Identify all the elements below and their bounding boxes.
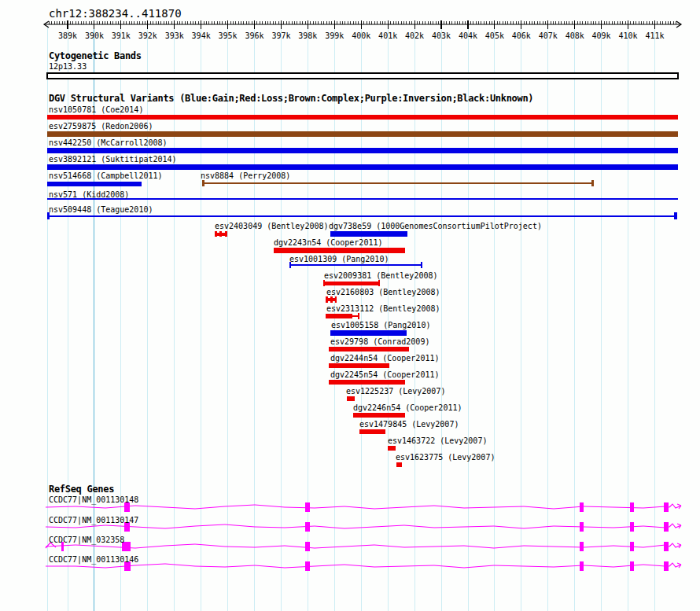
ruler-tick-label: 394k (192, 31, 211, 41)
variant-glyph-dgv2244n54[interactable] (329, 363, 389, 368)
variant-glyph-dgv738e59[interactable] (330, 231, 407, 237)
gene-line[interactable] (46, 525, 669, 528)
gene-label-NM_001130146[interactable]: CCDC77|NM_001130146 (49, 555, 138, 565)
variant-label-nsv1050781[interactable]: nsv1050781 (Coe2014) (49, 105, 143, 115)
gene-exon[interactable] (664, 561, 669, 571)
variant-label-dgv2246n54[interactable]: dgv2246n54 (Cooper2011) (353, 403, 462, 413)
ruler-tick-label: 399k (325, 31, 344, 41)
variant-label-dgv2243n54[interactable]: dgv2243n54 (Cooper2011) (274, 238, 382, 248)
gene-line[interactable] (46, 505, 669, 509)
variant-glyph-esv2313112[interactable] (352, 315, 359, 317)
gene-exon[interactable] (664, 502, 669, 512)
gene-exon[interactable] (305, 561, 310, 571)
variant-glyph-nsv1050781[interactable] (47, 115, 678, 120)
variant-glyph-esv2009381[interactable] (323, 280, 325, 286)
gene-exon[interactable] (305, 522, 310, 532)
gene-label-NM_032358[interactable]: CCDC77|NM_032358 (49, 536, 124, 545)
variant-glyph-esv1001309[interactable] (289, 264, 422, 266)
variant-glyph-nsv442250[interactable] (47, 148, 678, 153)
ruler-tick-label: 390k (85, 31, 104, 41)
variant-label-esv1001309[interactable]: esv1001309 (Pang2010) (289, 255, 389, 264)
gene-line[interactable] (46, 564, 669, 568)
gene-exon[interactable] (580, 542, 584, 551)
variant-glyph-nsv8884[interactable] (202, 180, 204, 186)
variant-label-esv1479845[interactable]: esv1479845 (Levy2007) (359, 420, 459, 429)
cytoband-box[interactable] (47, 73, 678, 79)
ruler-tick-label: 401k (378, 31, 397, 41)
variant-label-dgv2245n54[interactable]: dgv2245n54 (Cooper2011) (330, 370, 439, 380)
ruler-tick-label: 402k (405, 31, 424, 41)
ruler-tick-label: 397k (271, 31, 290, 41)
variant-glyph-esv2403049[interactable] (225, 231, 227, 237)
ruler-tick-label: 404k (459, 31, 477, 41)
gene-label-NM_001130147[interactable]: CCDC77|NM_001130147 (49, 516, 138, 525)
gene-exon[interactable] (580, 522, 584, 532)
variant-glyph-esv1623775[interactable] (396, 462, 402, 467)
gene-exon[interactable] (630, 522, 634, 532)
variant-label-esv2403049[interactable]: esv2403049 (Bentley2008) (215, 222, 329, 231)
gene-exon[interactable] (664, 522, 669, 532)
gene-exon[interactable] (305, 542, 310, 551)
gene-exon[interactable] (630, 542, 634, 551)
variant-glyph-esv2759875[interactable] (47, 131, 678, 137)
variant-glyph-dgv2245n54[interactable] (329, 380, 405, 385)
variant-glyph-nsv514668[interactable] (47, 182, 142, 186)
variant-glyph-nsv571[interactable] (47, 198, 678, 200)
variant-glyph-esv2009381[interactable] (378, 280, 380, 286)
variant-glyph-nsv509448[interactable] (47, 215, 675, 217)
section-title-refseq: RefSeq Genes (49, 484, 114, 495)
variant-label-esv2160803[interactable]: esv2160803 (Bentley2008) (326, 288, 440, 297)
variant-glyph-esv2160803[interactable] (330, 296, 333, 303)
gene-exon[interactable] (630, 561, 634, 571)
variant-glyph-esv1005158[interactable] (330, 330, 407, 336)
variant-label-nsv509448[interactable]: nsv509448 (Teague2010) (49, 205, 153, 215)
ruler-tick-label: 400k (352, 31, 370, 41)
variant-label-esv2009381[interactable]: esv2009381 (Bentley2008) (324, 271, 438, 281)
gene-exon[interactable] (580, 561, 584, 571)
variant-label-esv1623775[interactable]: esv1623775 (Levy2007) (396, 453, 495, 462)
variant-glyph-esv2313112[interactable] (326, 314, 352, 318)
variant-glyph-esv2160803[interactable] (335, 296, 337, 303)
ruler-tick-label: 407k (539, 31, 558, 41)
variant-glyph-esv2403049[interactable] (215, 231, 217, 237)
variant-glyph-esv1479845[interactable] (359, 429, 385, 434)
gene-strand-arrow-icon (669, 563, 681, 568)
variant-glyph-esv2313112[interactable] (358, 313, 359, 319)
gene-strand-arrow-icon (669, 504, 681, 509)
variant-label-nsv514668[interactable]: nsv514668 (Campbell2011) (49, 171, 163, 181)
gene-label-NM_001130148[interactable]: CCDC77|NM_001130148 (49, 495, 138, 505)
cytoband-label[interactable]: 12p13.33 (49, 62, 87, 72)
ruler-tick-label: 411k (645, 31, 664, 41)
variant-glyph-esv2160803[interactable] (326, 296, 328, 303)
variant-glyph-esv29798[interactable] (329, 347, 409, 352)
variant-label-esv3892121[interactable]: esv3892121 (Suktitipat2014) (49, 155, 177, 164)
variant-label-nsv442250[interactable]: nsv442250 (McCarroll2008) (49, 138, 168, 148)
variant-glyph-nsv509448[interactable] (674, 212, 677, 219)
variant-label-nsv571[interactable]: nsv571 (Kidd2008) (49, 190, 129, 200)
variant-glyph-esv1001309[interactable] (421, 262, 422, 268)
gene-exon[interactable] (580, 502, 584, 512)
gene-exon[interactable] (664, 542, 669, 551)
variant-glyph-dgv2243n54[interactable] (274, 248, 405, 253)
gene-line[interactable] (46, 544, 669, 548)
variant-glyph-nsv8884[interactable] (203, 182, 593, 184)
variant-label-esv29798[interactable]: esv29798 (Conrad2009) (330, 337, 429, 347)
gene-exon[interactable] (305, 502, 310, 512)
variant-label-dgv2244n54[interactable]: dgv2244n54 (Cooper2011) (330, 354, 439, 363)
variant-glyph-esv2403049[interactable] (219, 231, 222, 237)
variant-label-esv1005158[interactable]: esv1005158 (Pang2010) (331, 321, 430, 330)
variant-glyph-esv2009381[interactable] (324, 282, 379, 285)
variant-glyph-esv1463722[interactable] (388, 446, 396, 451)
gene-exon[interactable] (630, 502, 634, 512)
variant-label-nsv8884[interactable]: nsv8884 (Perry2008) (201, 171, 290, 181)
variant-label-dgv738e59[interactable]: dgv738e59 (1000GenomesConsortiumPilotPro… (329, 222, 542, 231)
ruler-tick-label: 405k (485, 31, 504, 41)
variant-glyph-dgv2246n54[interactable] (353, 413, 405, 418)
variant-label-esv2313112[interactable]: esv2313112 (Bentley2008) (326, 304, 440, 314)
variant-glyph-nsv8884[interactable] (591, 180, 594, 186)
variant-label-esv2759875[interactable]: esv2759875 (Redon2006) (49, 122, 153, 131)
variant-glyph-esv1225237[interactable] (347, 396, 355, 401)
variant-glyph-esv3892121[interactable] (47, 164, 678, 170)
variant-label-esv1225237[interactable]: esv1225237 (Levy2007) (346, 387, 445, 396)
variant-label-esv1463722[interactable]: esv1463722 (Levy2007) (388, 436, 487, 446)
